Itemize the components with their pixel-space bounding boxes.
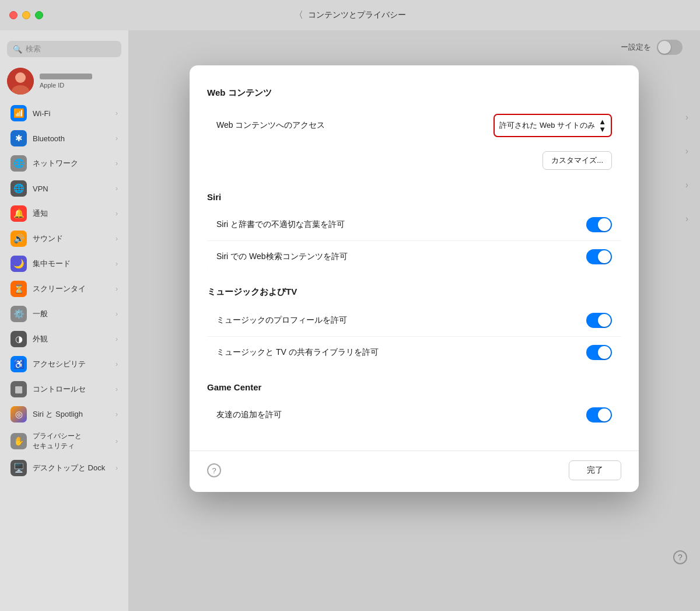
sidebar-list: 📶 Wi-Fi › ✱ Bluetooth › 🌐 ネットワーク › (0, 100, 128, 611)
sound-icon: 🔊 (10, 231, 27, 247)
music-label-1: ミュージックと TV の共有ライブラリを許可 (216, 347, 379, 358)
sidebar-item-focus[interactable]: 🌙 集中モード › (4, 252, 125, 276)
web-content-card: Web コンテンツへのアクセス 許可された Web サイトのみ ▲ ▼ カスタマ… (207, 106, 621, 178)
content-area: ー設定を › › › › ? Web コンテンツ Web コンテンツへ (128, 30, 700, 611)
siri-icon: ◎ (10, 406, 27, 423)
search-placeholder: 検索 (26, 44, 41, 54)
sidebar-item-label: 通知 (33, 208, 48, 219)
sidebar-item-label: スクリーンタイ (33, 284, 86, 294)
sidebar-item-vpn[interactable]: 🌐 VPN › (4, 176, 125, 201)
focus-icon: 🌙 (10, 256, 27, 272)
section-heading-gamecenter: Game Center (207, 382, 621, 392)
chevron-right-icon: › (116, 184, 118, 193)
toggle-knob (598, 218, 611, 231)
sidebar-item-appleid[interactable]: Apple ID (0, 62, 128, 100)
sidebar-item-screentime[interactable]: ⏳ スクリーンタイ › (4, 277, 125, 301)
gamecenter-card: 友達の追加を許可 (207, 399, 621, 431)
maximize-button[interactable] (35, 11, 43, 19)
accessibility-icon: ♿ (10, 356, 27, 372)
sidebar-item-label: 外観 (33, 334, 48, 344)
bluetooth-icon: ✱ (10, 130, 27, 146)
chevron-right-icon: › (116, 235, 118, 243)
siri-label-1: Siri での Web検索コンテンツを許可 (216, 252, 348, 262)
desktop-icon: 🖥️ (10, 460, 27, 476)
titlebar: 〈 コンテンツとプライバシー (0, 0, 700, 30)
sidebar-item-accessibility[interactable]: ♿ アクセシビリテ › (4, 352, 125, 376)
sidebar-item-control[interactable]: ▦ コントロールセ › (4, 377, 125, 401)
main-layout: 🔍 検索 Apple ID 📶 Wi-F (0, 30, 700, 611)
modal-body: Web コンテンツ Web コンテンツへのアクセス 許可された Web サイトの… (190, 65, 639, 445)
svg-point-1 (15, 72, 26, 83)
chevron-right-icon: › (116, 310, 118, 318)
search-bar[interactable]: 🔍 検索 (7, 41, 121, 57)
music-row-0: ミュージックのプロフィールを許可 (207, 305, 621, 336)
sidebar-item-label: VPN (33, 184, 48, 193)
dropdown-value: 許可された Web サイトのみ (499, 120, 595, 131)
chevron-right-icon: › (116, 410, 118, 418)
back-arrow[interactable]: 〈 (294, 9, 303, 22)
customize-button[interactable]: カスタマイズ... (542, 151, 612, 170)
window-title: 〈 コンテンツとプライバシー (294, 9, 406, 22)
gamecenter-label-0: 友達の追加を許可 (216, 410, 282, 420)
general-icon: ⚙️ (10, 306, 27, 322)
privacy-icon: ✋ (10, 433, 27, 449)
screentime-icon: ⏳ (10, 281, 27, 297)
sidebar-item-privacy[interactable]: ✋ プライバシーとセキュリティ › (4, 427, 125, 455)
chevron-right-icon: › (116, 109, 118, 117)
web-access-row: Web コンテンツへのアクセス 許可された Web サイトのみ ▲ ▼ (207, 106, 621, 145)
sidebar-item-label: アクセシビリテ (33, 359, 86, 369)
sidebar-item-network[interactable]: 🌐 ネットワーク › (4, 151, 125, 176)
chevron-right-icon: › (116, 464, 118, 472)
appearance-icon: ◑ (10, 331, 27, 347)
siri-toggle-0[interactable] (586, 217, 612, 232)
section-heading-web: Web コンテンツ (207, 88, 621, 99)
music-label-0: ミュージックのプロフィールを許可 (216, 315, 347, 326)
web-access-dropdown[interactable]: 許可された Web サイトのみ ▲ ▼ (494, 114, 612, 137)
sidebar-item-notifications[interactable]: 🔔 通知 › (4, 201, 125, 226)
avatar (7, 68, 34, 95)
sidebar-item-bluetooth[interactable]: ✱ Bluetooth › (4, 126, 125, 151)
siri-row-1: Siri での Web検索コンテンツを許可 (207, 240, 621, 273)
modal-overlay: Web コンテンツ Web コンテンツへのアクセス 許可された Web サイトの… (128, 30, 700, 611)
chevron-right-icon: › (116, 360, 118, 368)
dropdown-arrows-icon: ▲ ▼ (598, 118, 606, 133)
sidebar-item-label: サウンド (33, 233, 63, 244)
sidebar-item-label: コントロールセ (33, 384, 86, 394)
sidebar-item-wifi[interactable]: 📶 Wi-Fi › (4, 101, 125, 125)
sidebar-item-appearance[interactable]: ◑ 外観 › (4, 327, 125, 351)
chevron-right-icon: › (116, 210, 118, 218)
modal-help-button[interactable]: ? (207, 463, 221, 477)
chevron-right-icon: › (116, 437, 118, 445)
apple-id-name-bar (40, 74, 92, 79)
wifi-icon: 📶 (10, 105, 27, 121)
notifications-icon: 🔔 (10, 205, 27, 222)
siri-label-0: Siri と辞書での不適切な言葉を許可 (216, 219, 345, 230)
toggle-knob (598, 346, 611, 359)
sidebar-item-label: デスクトップと Dock (33, 463, 105, 473)
close-button[interactable] (9, 11, 18, 19)
siri-row-0: Siri と辞書での不適切な言葉を許可 (207, 209, 621, 240)
apple-id-label: Apple ID (40, 82, 92, 89)
traffic-lights (9, 11, 43, 19)
sidebar-item-label: Wi-Fi (33, 109, 50, 118)
sidebar-item-siri[interactable]: ◎ Siri と Spotligh › (4, 402, 125, 427)
siri-toggle-1[interactable] (586, 249, 612, 264)
sidebar-item-desktop[interactable]: 🖥️ デスクトップと Dock › (4, 456, 125, 480)
toggle-knob (598, 314, 611, 327)
sidebar: 🔍 検索 Apple ID 📶 Wi-F (0, 30, 128, 611)
chevron-right-icon: › (116, 159, 118, 167)
customize-row: カスタマイズ... (207, 145, 621, 178)
sidebar-item-general[interactable]: ⚙️ 一般 › (4, 302, 125, 326)
modal-footer: ? 完了 (190, 451, 639, 492)
gamecenter-toggle-0[interactable] (586, 407, 612, 423)
vpn-icon: 🌐 (10, 180, 27, 197)
chevron-right-icon: › (116, 134, 118, 142)
done-button[interactable]: 完了 (569, 460, 621, 480)
modal-dialog: Web コンテンツ Web コンテンツへのアクセス 許可された Web サイトの… (190, 65, 639, 492)
minimize-button[interactable] (22, 11, 30, 19)
music-toggle-1[interactable] (586, 345, 612, 360)
chevron-right-icon: › (116, 335, 118, 343)
music-toggle-0[interactable] (586, 313, 612, 328)
sidebar-item-sound[interactable]: 🔊 サウンド › (4, 226, 125, 251)
sidebar-item-label: 集中モード (33, 259, 71, 269)
